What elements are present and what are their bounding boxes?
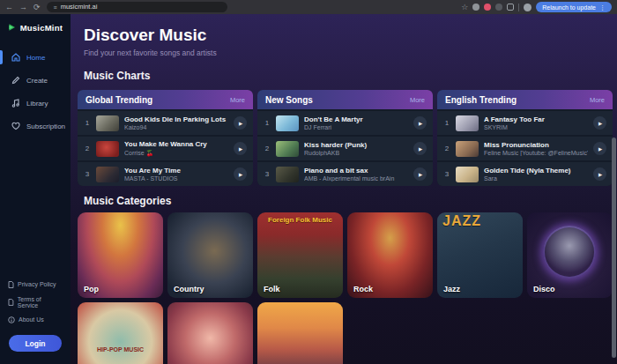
card-title: Global Trending (85, 95, 152, 105)
rank-number: 1 (264, 119, 271, 127)
section-title-music-categories: Music Categories (84, 195, 617, 207)
chart-card-global-trending: Global Trending More 1 Good Kids Die In … (78, 90, 253, 186)
category-art-text: Foreign Folk Music (257, 216, 343, 224)
play-button[interactable]: ▶ (593, 142, 606, 155)
play-button[interactable]: ▶ (593, 167, 606, 181)
song-thumbnail (276, 115, 299, 131)
category-card-country[interactable]: Country (167, 212, 253, 298)
rank-number: 1 (443, 119, 450, 127)
song-title: You Make Me Wanna Cry (124, 140, 228, 148)
category-card-anime[interactable]: Anime (167, 302, 253, 364)
category-card-rock[interactable]: Rock (347, 212, 433, 298)
song-thumbnail (456, 141, 479, 157)
more-link[interactable]: More (410, 96, 425, 104)
song-artist: RudolphAKB (304, 150, 408, 156)
rank-number: 3 (264, 170, 271, 178)
play-icon: ▶ (598, 146, 602, 152)
more-link[interactable]: More (230, 96, 245, 104)
toolbar-divider (518, 4, 519, 11)
sidebar-item-library[interactable]: Library (0, 92, 71, 115)
card-header: Global Trending More (78, 90, 253, 109)
back-icon[interactable]: ← (5, 4, 13, 11)
song-title: Piano and a bit sax (304, 167, 408, 175)
sidebar-item-subscription[interactable]: Subscription (0, 115, 71, 137)
extension-icon-1[interactable] (472, 4, 479, 11)
song-row[interactable]: 1 Don't Be A Martyr DJ Ferrari ▶ (257, 111, 433, 135)
play-button[interactable]: ▶ (413, 167, 427, 181)
card-title: New Songs (265, 95, 313, 105)
song-row[interactable]: 1 Good Kids Die In Parking Lots Kaizo94 … (78, 111, 253, 135)
reload-icon[interactable]: ⟳ (33, 4, 41, 11)
category-card-folk[interactable]: Foreign Folk Music Folk (257, 212, 343, 298)
play-button[interactable]: ▶ (234, 116, 247, 130)
browser-toolbar: ← → ⟳ ≡ musicmint.ai ☆ Relaunch to updat… (0, 0, 617, 14)
sidebar-item-label: Home (26, 54, 45, 62)
sidebar-item-create[interactable]: Create (0, 69, 71, 92)
main-content: Discover Music Find your next favorite s… (71, 14, 617, 364)
extension-icon-2[interactable] (484, 4, 491, 11)
play-icon: ▶ (598, 121, 602, 126)
category-card-hip-pop[interactable]: HIP-POP MUSIC hip pop (78, 302, 163, 364)
scrollbar-track[interactable] (612, 14, 617, 364)
site-info-icon[interactable]: ≡ (54, 4, 57, 11)
play-button[interactable]: ▶ (593, 116, 606, 130)
link-terms-of-service[interactable]: Terms of Service (8, 292, 63, 312)
browser-menu-icon[interactable]: ⋮ (599, 4, 606, 11)
song-row[interactable]: 2 You Make Me Wanna Cry Corrise 🍒 ▶ (78, 137, 253, 160)
relaunch-to-update-button[interactable]: Relaunch to update ⋮ (536, 2, 612, 12)
category-grid: Pop Country Foreign Folk Music Folk Rock… (78, 212, 617, 364)
category-label: Folk (264, 285, 280, 293)
extension-icon-3[interactable] (495, 4, 502, 11)
bookmark-star-icon[interactable]: ☆ (461, 4, 468, 11)
category-card-funk[interactable]: Funk (257, 302, 343, 364)
song-artist: SKYRIM (484, 124, 588, 130)
play-icon: ▶ (419, 172, 422, 177)
category-art-text: JAZZ (442, 213, 481, 229)
song-artist: Corrise 🍒 (124, 150, 228, 157)
rank-number: 2 (264, 145, 271, 152)
song-title: Good Kids Die In Parking Lots (124, 115, 228, 123)
play-button[interactable]: ▶ (234, 167, 247, 181)
play-icon: ▶ (239, 172, 242, 177)
info-icon (8, 316, 15, 323)
footer-link-label: Terms of Service (18, 296, 63, 308)
song-row[interactable]: 3 Piano and a bit sax AMB - AIxperimenta… (257, 162, 433, 186)
category-label: Rock (353, 285, 373, 293)
profile-avatar[interactable] (524, 4, 532, 11)
play-button[interactable]: ▶ (413, 142, 427, 155)
chart-cards-row: Global Trending More 1 Good Kids Die In … (78, 90, 617, 186)
forward-icon[interactable]: → (19, 4, 27, 11)
song-row[interactable]: 3 Golden Tide (Nyla Theme) Sara ▶ (437, 162, 613, 186)
extensions-icon[interactable] (507, 4, 514, 11)
category-label: Country (174, 285, 204, 293)
song-row[interactable]: 2 Kiss harder (Punk) RudolphAKB ▶ (257, 137, 433, 160)
more-link[interactable]: More (590, 96, 605, 104)
song-row[interactable]: 2 Miss Pronunciation Feline Music [Youtu… (437, 137, 613, 160)
brand[interactable]: MusicMint (0, 22, 71, 33)
category-card-disco[interactable]: Disco (527, 212, 613, 298)
home-icon (11, 53, 20, 62)
login-button[interactable]: Login (9, 335, 62, 352)
sidebar-item-label: Library (26, 100, 48, 108)
song-artist: Kaizo94 (124, 124, 228, 130)
song-title: Golden Tide (Nyla Theme) (484, 167, 588, 175)
link-privacy-policy[interactable]: Privacy Policy (8, 277, 63, 292)
sidebar-item-label: Subscription (26, 123, 65, 130)
musicmint-logo-icon (8, 22, 16, 33)
song-thumbnail (276, 167, 299, 182)
pencil-icon (11, 76, 20, 85)
address-bar[interactable]: ≡ musicmint.ai (47, 2, 227, 12)
scrollbar-thumb[interactable] (612, 137, 616, 358)
document-icon (8, 281, 14, 288)
link-about-us[interactable]: About Us (8, 312, 63, 327)
song-row[interactable]: 3 You Are My Time MASTA - STUDIOS ▶ (78, 162, 253, 186)
play-button[interactable]: ▶ (413, 116, 427, 130)
play-icon: ▶ (419, 146, 422, 152)
rank-number: 2 (84, 145, 91, 152)
song-row[interactable]: 1 A Fantasy Too Far SKYRIM ▶ (437, 111, 613, 135)
card-header: English Trending More (437, 90, 613, 109)
category-card-pop[interactable]: Pop (78, 212, 163, 298)
play-button[interactable]: ▶ (234, 142, 247, 155)
sidebar-item-home[interactable]: Home (0, 46, 71, 69)
category-card-jazz[interactable]: JAZZ Jazz (437, 212, 523, 298)
